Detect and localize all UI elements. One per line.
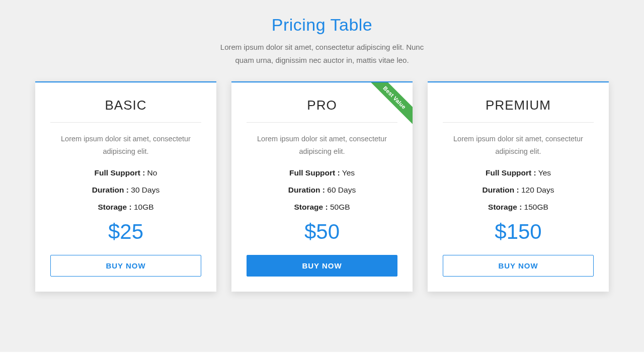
plan-name: PREMIUM bbox=[443, 98, 594, 123]
plan-card-premium: PREMIUM Lorem ipsum dolor sit amet, cons… bbox=[428, 81, 609, 292]
plan-card-pro: Best Value PRO Lorem ipsum dolor sit ame… bbox=[231, 81, 413, 292]
buy-now-button[interactable]: BUY NOW bbox=[443, 255, 594, 277]
buy-now-button[interactable]: BUY NOW bbox=[247, 255, 397, 277]
plan-desc: Lorem ipsum dolor sit amet, consectetur … bbox=[247, 133, 397, 157]
plan-price: $150 bbox=[443, 220, 594, 244]
plan-card-basic: BASIC Lorem ipsum dolor sit amet, consec… bbox=[35, 81, 216, 292]
plan-price: $50 bbox=[247, 220, 397, 244]
footer-strip bbox=[0, 352, 644, 362]
feature-storage: Storage : 10GB bbox=[50, 203, 201, 212]
feature-duration: Duration : 120 Days bbox=[443, 186, 594, 195]
feature-duration: Duration : 30 Days bbox=[50, 186, 201, 195]
buy-now-button[interactable]: BUY NOW bbox=[50, 255, 201, 277]
plan-name: BASIC bbox=[50, 98, 201, 123]
pricing-header: Pricing Table Lorem ipsum dolor sit amet… bbox=[35, 15, 609, 66]
plan-desc: Lorem ipsum dolor sit amet, consectetur … bbox=[50, 133, 201, 157]
feature-duration: Duration : 60 Days bbox=[247, 186, 397, 195]
page-title: Pricing Table bbox=[35, 15, 609, 35]
feature-full-support: Full Support : Yes bbox=[443, 168, 594, 177]
page-subtitle: Lorem ipsum dolor sit amet, consectetur … bbox=[214, 41, 430, 66]
feature-full-support: Full Support : No bbox=[50, 168, 201, 177]
feature-storage: Storage : 150GB bbox=[443, 203, 594, 212]
plan-price: $25 bbox=[50, 220, 201, 244]
feature-full-support: Full Support : Yes bbox=[247, 168, 397, 177]
pricing-cards-row: BASIC Lorem ipsum dolor sit amet, consec… bbox=[35, 81, 609, 292]
plan-name: PRO bbox=[247, 98, 397, 123]
feature-storage: Storage : 50GB bbox=[247, 203, 397, 212]
plan-desc: Lorem ipsum dolor sit amet, consectetur … bbox=[443, 133, 594, 157]
